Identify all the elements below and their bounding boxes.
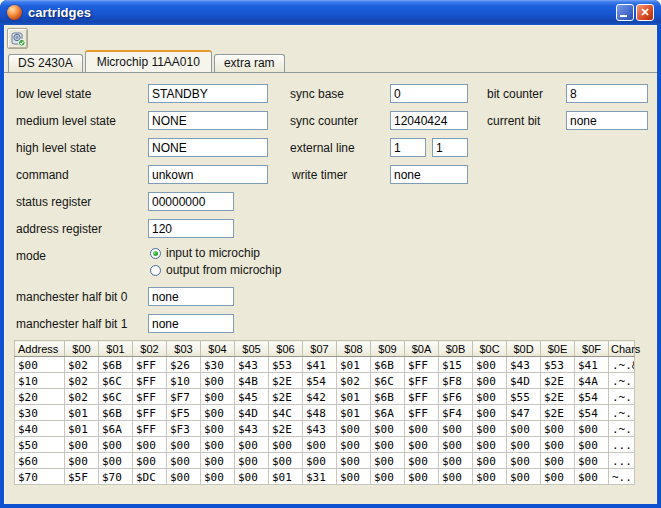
status-register-field[interactable] bbox=[148, 192, 234, 211]
write-timer-field[interactable] bbox=[390, 165, 468, 184]
hex-cell: $6B bbox=[99, 405, 133, 421]
medium-level-state-field[interactable] bbox=[148, 111, 268, 130]
table-row: $00$02$6B$FF$26$30$43$53$41$01$6B$FF$15$… bbox=[15, 357, 635, 373]
external-line-field-2[interactable] bbox=[432, 138, 468, 157]
hex-cell: $00 bbox=[371, 421, 405, 437]
hex-cell: $43 bbox=[235, 357, 269, 373]
hex-cell: $00 bbox=[473, 469, 507, 485]
mode-option-input[interactable]: input to microchip bbox=[150, 246, 260, 260]
hex-cell: $2E bbox=[541, 373, 575, 389]
minimize-button[interactable] bbox=[616, 4, 634, 21]
hex-cell: $00 bbox=[507, 453, 541, 469]
chars-cell: .~...K.T.~...M.J bbox=[609, 373, 635, 389]
sync-counter-label: sync counter bbox=[290, 114, 358, 128]
hex-cell: $FF bbox=[133, 357, 167, 373]
low-level-state-field[interactable] bbox=[148, 84, 268, 103]
hex-cell: $6B bbox=[371, 389, 405, 405]
hex-cell: $00 bbox=[235, 453, 269, 469]
hex-cell: $4B bbox=[235, 373, 269, 389]
chars-cell: .~...MLH.~...G.T bbox=[609, 405, 635, 421]
hex-cell: $01 bbox=[65, 405, 99, 421]
tab-microchip-11aa010[interactable]: Microchip 11AA010 bbox=[85, 50, 212, 72]
hex-cell: $00 bbox=[201, 453, 235, 469]
hex-cell: $00 bbox=[99, 453, 133, 469]
column-header: $0A bbox=[405, 341, 439, 357]
hex-cell: $00 bbox=[371, 469, 405, 485]
hex-cell: $00 bbox=[507, 437, 541, 453]
column-header: $03 bbox=[167, 341, 201, 357]
close-button[interactable]: ✕ bbox=[636, 4, 654, 21]
tab-panel-divider bbox=[4, 72, 657, 73]
hex-cell: $4D bbox=[235, 405, 269, 421]
hex-cell: $70 bbox=[99, 469, 133, 485]
mode-label: mode bbox=[16, 249, 46, 263]
hex-cell: $F6 bbox=[439, 389, 473, 405]
toolbar-connect-button[interactable] bbox=[7, 28, 28, 49]
hex-cell: $47 bbox=[507, 405, 541, 421]
chars-cell: ................ bbox=[609, 453, 635, 469]
hex-cell: $FF bbox=[133, 389, 167, 405]
hex-dump-table: Address$00$01$02$03$04$05$06$07$08$09$0A… bbox=[14, 340, 635, 485]
address-cell: $70 bbox=[15, 469, 65, 485]
hex-cell: $FF bbox=[405, 405, 439, 421]
tab-ds-2430a[interactable]: DS 2430A bbox=[8, 54, 83, 72]
hex-cell: $4A bbox=[575, 373, 609, 389]
sync-base-field[interactable] bbox=[390, 84, 468, 103]
hex-cell: $00 bbox=[473, 421, 507, 437]
hex-cell: $00 bbox=[507, 421, 541, 437]
manchester-half-bit-0-field[interactable] bbox=[148, 287, 234, 306]
hex-cell: $01 bbox=[269, 469, 303, 485]
hex-cell: $15 bbox=[439, 357, 473, 373]
hex-cell: $FF bbox=[405, 373, 439, 389]
hex-cell: $F4 bbox=[439, 405, 473, 421]
hex-cell: $00 bbox=[439, 453, 473, 469]
hex-cell: $00 bbox=[167, 469, 201, 485]
hex-cell: $45 bbox=[235, 389, 269, 405]
table-row: $70$5F$70$DC$00$00$00$01$31$00$00$00$00$… bbox=[15, 469, 635, 485]
hex-cell: $01 bbox=[337, 405, 371, 421]
current-bit-field[interactable] bbox=[566, 111, 648, 130]
radio-output-from-microchip-icon[interactable] bbox=[150, 265, 161, 276]
hex-cell: $DC bbox=[133, 469, 167, 485]
hex-cell: $00 bbox=[133, 437, 167, 453]
hex-cell: $00 bbox=[405, 437, 439, 453]
hex-cell: $00 bbox=[473, 389, 507, 405]
mode-option-output-label: output from microchip bbox=[166, 263, 281, 277]
hex-cell: $00 bbox=[201, 469, 235, 485]
hex-cell: $6B bbox=[99, 357, 133, 373]
column-header: $00 bbox=[65, 341, 99, 357]
tab-extra-ram[interactable]: extra ram bbox=[214, 54, 285, 72]
mode-option-input-label: input to microchip bbox=[166, 246, 260, 260]
column-header: Address bbox=[15, 341, 65, 357]
hex-cell: $F8 bbox=[439, 373, 473, 389]
hex-cell: $00 bbox=[235, 469, 269, 485]
high-level-state-field[interactable] bbox=[148, 138, 268, 157]
address-cell: $20 bbox=[15, 389, 65, 405]
hex-cell: $00 bbox=[337, 437, 371, 453]
manchester-half-bit-1-field[interactable] bbox=[148, 314, 234, 333]
hex-cell: $2E bbox=[269, 421, 303, 437]
hex-cell: $6C bbox=[99, 389, 133, 405]
hex-cell: $00 bbox=[541, 421, 575, 437]
camera-check-icon bbox=[10, 31, 26, 47]
hex-cell: $FF bbox=[405, 389, 439, 405]
hex-cell: $43 bbox=[303, 421, 337, 437]
window-controls: ✕ bbox=[616, 4, 654, 21]
hex-cell: $00 bbox=[541, 437, 575, 453]
address-register-field[interactable] bbox=[148, 219, 234, 238]
radio-input-to-microchip-icon[interactable] bbox=[150, 248, 161, 259]
sync-counter-field[interactable] bbox=[390, 111, 468, 130]
hex-cell: $00 bbox=[201, 421, 235, 437]
mode-option-output[interactable]: output from microchip bbox=[150, 263, 281, 277]
hex-cell: $00 bbox=[575, 437, 609, 453]
medium-level-state-label: medium level state bbox=[16, 114, 116, 128]
chars-cell: ................ bbox=[609, 437, 635, 453]
chars-cell: .~...E.B.~...U.T bbox=[609, 389, 635, 405]
chars-cell: .~.&0CSA.~...CSA bbox=[609, 357, 635, 373]
hex-cell: $00 bbox=[201, 437, 235, 453]
hex-cell: $48 bbox=[303, 405, 337, 421]
bit-counter-field[interactable] bbox=[566, 84, 648, 103]
command-field[interactable] bbox=[148, 165, 268, 184]
external-line-field-1[interactable] bbox=[390, 138, 426, 157]
hex-cell: $43 bbox=[507, 357, 541, 373]
